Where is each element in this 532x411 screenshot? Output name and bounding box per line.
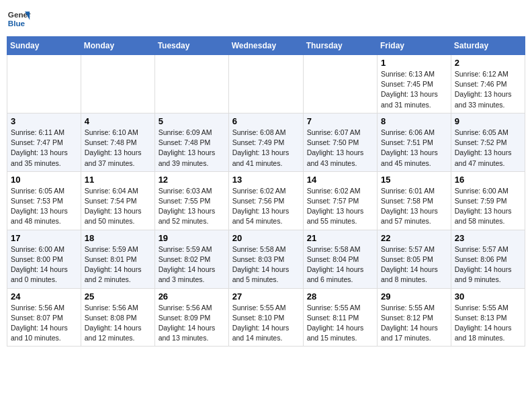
day-cell: 26Sunrise: 5:56 AM Sunset: 8:09 PM Dayli… (154, 288, 228, 347)
day-number: 3 (11, 116, 77, 126)
day-cell: 28Sunrise: 5:55 AM Sunset: 8:11 PM Dayli… (303, 288, 377, 347)
day-number: 7 (307, 116, 373, 126)
day-info: Sunrise: 6:05 AM Sunset: 7:52 PM Dayligh… (455, 128, 521, 169)
page-header: General Blue (7, 7, 525, 31)
day-info: Sunrise: 5:59 AM Sunset: 8:02 PM Dayligh… (159, 244, 225, 285)
col-header-tuesday: Tuesday (154, 37, 228, 55)
day-cell: 8Sunrise: 6:06 AM Sunset: 7:51 PM Daylig… (378, 113, 451, 171)
day-cell: 15Sunrise: 6:01 AM Sunset: 7:58 PM Dayli… (378, 171, 451, 230)
day-number: 21 (307, 233, 373, 243)
logo: General Blue (7, 7, 31, 31)
day-info: Sunrise: 5:55 AM Sunset: 8:10 PM Dayligh… (232, 303, 300, 344)
week-row-4: 17Sunrise: 6:00 AM Sunset: 8:00 PM Dayli… (7, 230, 525, 288)
day-cell: 17Sunrise: 6:00 AM Sunset: 8:00 PM Dayli… (7, 230, 81, 288)
day-info: Sunrise: 5:55 AM Sunset: 8:12 PM Dayligh… (381, 303, 447, 344)
day-cell: 11Sunrise: 6:04 AM Sunset: 7:54 PM Dayli… (81, 171, 154, 230)
day-cell: 18Sunrise: 5:59 AM Sunset: 8:01 PM Dayli… (81, 230, 154, 288)
day-cell: 1Sunrise: 6:13 AM Sunset: 7:45 PM Daylig… (378, 55, 451, 113)
day-cell: 13Sunrise: 6:02 AM Sunset: 7:56 PM Dayli… (228, 171, 303, 230)
day-number: 10 (11, 175, 77, 185)
day-number: 29 (381, 291, 447, 302)
day-cell: 9Sunrise: 6:05 AM Sunset: 7:52 PM Daylig… (451, 113, 525, 171)
day-number: 28 (307, 291, 373, 302)
day-cell: 27Sunrise: 5:55 AM Sunset: 8:10 PM Dayli… (228, 288, 303, 347)
day-info: Sunrise: 5:57 AM Sunset: 8:06 PM Dayligh… (455, 244, 521, 285)
day-info: Sunrise: 5:59 AM Sunset: 8:01 PM Dayligh… (85, 244, 151, 285)
day-info: Sunrise: 6:06 AM Sunset: 7:51 PM Dayligh… (381, 128, 447, 169)
day-info: Sunrise: 5:56 AM Sunset: 8:09 PM Dayligh… (159, 303, 225, 344)
day-info: Sunrise: 6:13 AM Sunset: 7:45 PM Dayligh… (381, 69, 447, 110)
logo-icon: General Blue (7, 7, 31, 31)
day-info: Sunrise: 5:56 AM Sunset: 8:08 PM Dayligh… (85, 303, 151, 344)
col-header-thursday: Thursday (303, 37, 377, 55)
day-cell: 23Sunrise: 5:57 AM Sunset: 8:06 PM Dayli… (451, 230, 525, 288)
day-number: 4 (85, 116, 151, 126)
day-number: 1 (381, 58, 447, 68)
week-row-5: 24Sunrise: 5:56 AM Sunset: 8:07 PM Dayli… (7, 288, 525, 347)
day-number: 11 (85, 175, 151, 185)
day-info: Sunrise: 6:10 AM Sunset: 7:48 PM Dayligh… (85, 128, 151, 169)
day-cell: 12Sunrise: 6:03 AM Sunset: 7:55 PM Dayli… (154, 171, 228, 230)
day-cell: 20Sunrise: 5:58 AM Sunset: 8:03 PM Dayli… (228, 230, 303, 288)
day-info: Sunrise: 5:55 AM Sunset: 8:11 PM Dayligh… (307, 303, 373, 344)
day-cell: 7Sunrise: 6:07 AM Sunset: 7:50 PM Daylig… (303, 113, 377, 171)
col-header-friday: Friday (378, 37, 451, 55)
day-cell: 14Sunrise: 6:02 AM Sunset: 7:57 PM Dayli… (303, 171, 377, 230)
day-number: 20 (232, 233, 300, 243)
day-cell: 25Sunrise: 5:56 AM Sunset: 8:08 PM Dayli… (81, 288, 154, 347)
day-info: Sunrise: 6:07 AM Sunset: 7:50 PM Dayligh… (307, 128, 373, 169)
day-number: 30 (455, 291, 521, 302)
col-header-saturday: Saturday (451, 37, 525, 55)
day-info: Sunrise: 6:03 AM Sunset: 7:55 PM Dayligh… (159, 186, 225, 227)
svg-text:Blue: Blue (8, 19, 26, 28)
day-number: 19 (159, 233, 225, 243)
day-number: 2 (455, 58, 521, 68)
day-info: Sunrise: 6:02 AM Sunset: 7:56 PM Dayligh… (232, 186, 300, 227)
day-number: 12 (159, 175, 225, 185)
day-number: 24 (11, 291, 77, 302)
day-info: Sunrise: 6:08 AM Sunset: 7:49 PM Dayligh… (232, 128, 300, 169)
day-cell (7, 55, 81, 113)
day-number: 5 (159, 116, 225, 126)
day-cell: 30Sunrise: 5:55 AM Sunset: 8:13 PM Dayli… (451, 288, 525, 347)
header-row: SundayMondayTuesdayWednesdayThursdayFrid… (7, 37, 525, 55)
day-number: 22 (381, 233, 447, 243)
day-info: Sunrise: 5:58 AM Sunset: 8:03 PM Dayligh… (232, 244, 300, 285)
day-number: 14 (307, 175, 373, 185)
day-number: 9 (455, 116, 521, 126)
day-cell: 3Sunrise: 6:11 AM Sunset: 7:47 PM Daylig… (7, 113, 81, 171)
day-info: Sunrise: 5:58 AM Sunset: 8:04 PM Dayligh… (307, 244, 373, 285)
day-info: Sunrise: 5:57 AM Sunset: 8:05 PM Dayligh… (381, 244, 447, 285)
day-info: Sunrise: 6:12 AM Sunset: 7:46 PM Dayligh… (455, 69, 521, 110)
col-header-monday: Monday (81, 37, 154, 55)
day-number: 13 (232, 175, 300, 185)
calendar-table: SundayMondayTuesdayWednesdayThursdayFrid… (7, 36, 525, 347)
day-number: 17 (11, 233, 77, 243)
day-info: Sunrise: 6:04 AM Sunset: 7:54 PM Dayligh… (85, 186, 151, 227)
day-cell: 21Sunrise: 5:58 AM Sunset: 8:04 PM Dayli… (303, 230, 377, 288)
week-row-2: 3Sunrise: 6:11 AM Sunset: 7:47 PM Daylig… (7, 113, 525, 171)
day-info: Sunrise: 6:01 AM Sunset: 7:58 PM Dayligh… (381, 186, 447, 227)
week-row-3: 10Sunrise: 6:05 AM Sunset: 7:53 PM Dayli… (7, 171, 525, 230)
day-number: 25 (85, 291, 151, 302)
day-number: 26 (159, 291, 225, 302)
day-number: 27 (232, 291, 300, 302)
day-cell (303, 55, 377, 113)
day-number: 8 (381, 116, 447, 126)
day-cell: 19Sunrise: 5:59 AM Sunset: 8:02 PM Dayli… (154, 230, 228, 288)
day-number: 23 (455, 233, 521, 243)
col-header-wednesday: Wednesday (228, 37, 303, 55)
day-cell: 6Sunrise: 6:08 AM Sunset: 7:49 PM Daylig… (228, 113, 303, 171)
day-cell: 16Sunrise: 6:00 AM Sunset: 7:59 PM Dayli… (451, 171, 525, 230)
day-cell: 4Sunrise: 6:10 AM Sunset: 7:48 PM Daylig… (81, 113, 154, 171)
week-row-1: 1Sunrise: 6:13 AM Sunset: 7:45 PM Daylig… (7, 55, 525, 113)
day-cell: 10Sunrise: 6:05 AM Sunset: 7:53 PM Dayli… (7, 171, 81, 230)
day-cell: 29Sunrise: 5:55 AM Sunset: 8:12 PM Dayli… (378, 288, 451, 347)
day-cell (154, 55, 228, 113)
day-number: 6 (232, 116, 300, 126)
day-cell: 2Sunrise: 6:12 AM Sunset: 7:46 PM Daylig… (451, 55, 525, 113)
day-info: Sunrise: 6:05 AM Sunset: 7:53 PM Dayligh… (11, 186, 77, 227)
day-cell (228, 55, 303, 113)
day-info: Sunrise: 6:09 AM Sunset: 7:48 PM Dayligh… (159, 128, 225, 169)
day-info: Sunrise: 6:02 AM Sunset: 7:57 PM Dayligh… (307, 186, 373, 227)
